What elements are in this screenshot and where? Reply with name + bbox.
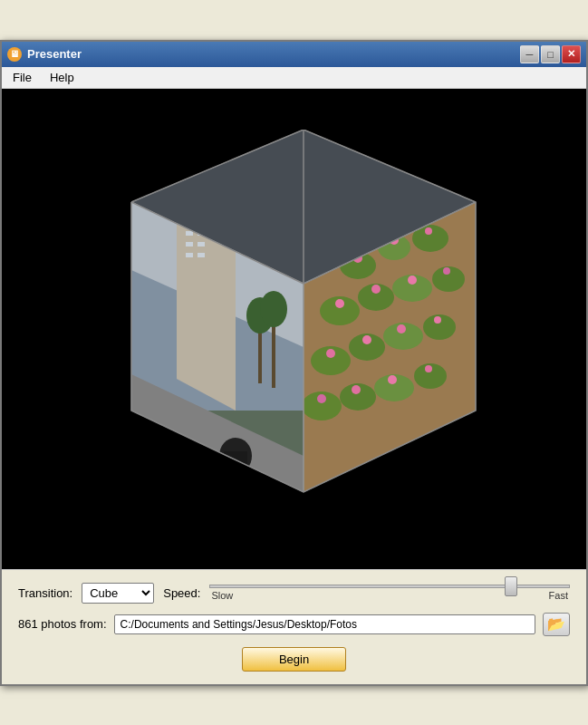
svg-point-18 — [260, 291, 287, 327]
minimize-button[interactable]: ─ — [520, 45, 539, 63]
svg-point-44 — [408, 276, 417, 285]
svg-point-50 — [317, 394, 326, 403]
svg-rect-12 — [198, 242, 205, 246]
title-bar: 🖥 Presenter ─ □ ✕ — [2, 42, 586, 67]
app-window: 🖥 Presenter ─ □ ✕ File Help — [0, 40, 588, 686]
fast-label: Fast — [549, 590, 568, 601]
menu-bar: File Help — [2, 67, 586, 89]
photos-count-label: 861 photos from: — [18, 617, 107, 631]
svg-point-42 — [335, 299, 344, 308]
controls-area: Transition: Cube Fade Slide Zoom Speed: … — [2, 569, 586, 684]
window-title: Presenter — [27, 47, 82, 61]
svg-rect-11 — [186, 242, 193, 246]
folder-icon: 📂 — [547, 615, 565, 633]
svg-point-52 — [388, 375, 397, 384]
speed-slider[interactable] — [209, 585, 570, 588]
svg-rect-9 — [186, 231, 193, 236]
close-button[interactable]: ✕ — [562, 45, 581, 63]
speed-labels: Slow Fast — [209, 590, 570, 601]
browse-button[interactable]: 📂 — [543, 613, 570, 636]
begin-row: Begin — [18, 647, 570, 672]
transition-select[interactable]: Cube Fade Slide Zoom — [82, 583, 154, 604]
svg-rect-14 — [198, 253, 205, 257]
svg-point-45 — [443, 267, 450, 275]
menu-file[interactable]: File — [5, 69, 39, 86]
cube-visualization — [77, 130, 512, 528]
svg-point-49 — [434, 316, 441, 324]
menu-help[interactable]: Help — [43, 69, 82, 86]
speed-container: Slow Fast — [209, 585, 570, 601]
app-icon: 🖥 — [7, 47, 22, 62]
cube-svg — [77, 130, 512, 528]
photos-row: 861 photos from: 📂 — [18, 613, 570, 636]
speed-label: Speed: — [163, 586, 200, 600]
maximize-button[interactable]: □ — [541, 45, 560, 63]
transition-label: Transition: — [18, 586, 72, 600]
svg-rect-13 — [186, 253, 193, 257]
transition-speed-row: Transition: Cube Fade Slide Zoom Speed: … — [18, 583, 570, 604]
slow-label: Slow — [211, 590, 233, 601]
svg-point-48 — [397, 324, 406, 334]
svg-point-51 — [352, 385, 361, 394]
title-bar-left: 🖥 Presenter — [7, 47, 82, 62]
svg-point-53 — [425, 365, 432, 372]
speed-row — [209, 585, 570, 588]
svg-point-46 — [326, 349, 335, 358]
svg-point-41 — [425, 227, 432, 235]
photos-path-input[interactable] — [114, 614, 535, 634]
svg-point-47 — [362, 335, 371, 344]
preview-area — [2, 89, 586, 569]
window-controls: ─ □ ✕ — [520, 45, 581, 63]
begin-button[interactable]: Begin — [242, 647, 346, 672]
svg-point-43 — [371, 285, 381, 294]
